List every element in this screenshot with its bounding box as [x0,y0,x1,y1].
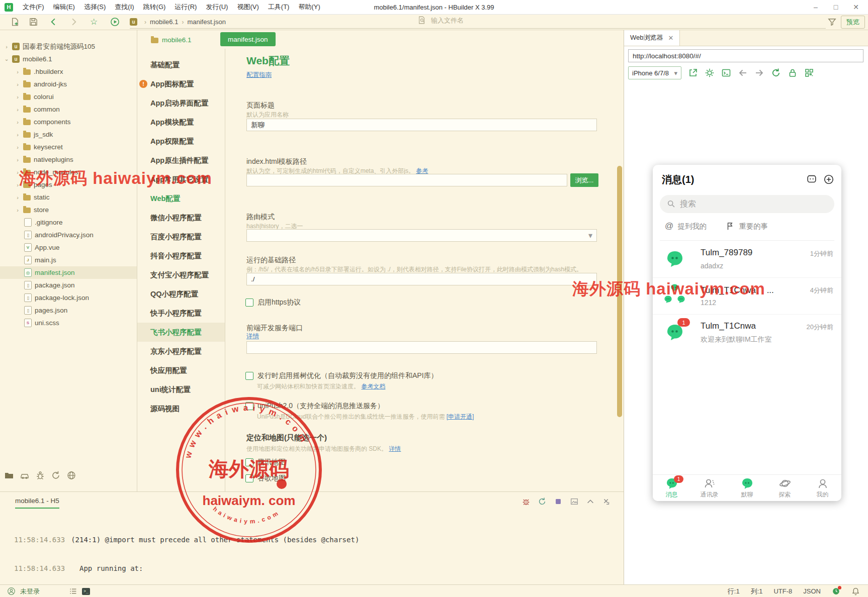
save-icon[interactable] [29,17,38,27]
tree-item-folder[interactable]: ›common [0,103,137,116]
tree-item-folder[interactable]: ›components [0,116,137,128]
tree-item-file[interactable]: main.js [0,254,137,266]
section-feishu-mp[interactable]: 飞书小程序配置 [137,323,225,342]
tree-item-file[interactable]: package-lock.json [0,291,137,304]
menu-goto[interactable]: 跳转(G) [139,3,170,12]
config-guide-link[interactable]: 配置指南 [246,71,272,79]
url-input[interactable] [628,49,863,62]
tab-project[interactable]: mobile6.1 [151,33,192,46]
section-source-view[interactable]: 源码视图 [137,399,225,418]
section-kuaishou-mp[interactable]: 快手小程序配置 [137,304,225,323]
section-app-modules[interactable]: App模块配置 [137,113,225,132]
file-search-input[interactable] [430,16,754,25]
lock-icon[interactable] [788,68,798,78]
menu-help[interactable]: 帮助(Y) [294,3,324,12]
section-weixin-mp[interactable]: 微信小程序配置 [137,208,225,227]
maximize-button[interactable]: □ [826,0,846,14]
section-web[interactable]: Web配置 [137,189,225,208]
tree-item-folder[interactable]: ›colorui [0,90,137,103]
stop-icon[interactable] [554,497,563,506]
tab-mochat[interactable]: 默聊 [728,475,766,501]
section-jd-mp[interactable]: 京东小程序配置 [137,342,225,361]
collapse-icon[interactable] [586,497,595,506]
chat-list-item[interactable]: 1 Tulm_T1Cnwa 20分钟前 欢迎来到默聊IM工作室 [653,315,841,351]
terminal-toggle-icon[interactable]: >_ [82,588,90,595]
section-app-other[interactable]: App常用其它设置 [137,170,225,189]
tree-item-folder[interactable]: ›keysecret [0,141,137,153]
reference-doc-link[interactable]: 参考文档 [361,383,385,390]
router-mode-select[interactable]: ▾ [246,229,597,242]
device-select[interactable]: iPhone 6/7/8▾ [628,66,681,79]
section-douyin-mp[interactable]: 抖音小程序配置 [137,246,225,265]
apply-open-link[interactable]: [申请开通] [447,413,474,420]
outline-list-icon[interactable] [69,587,77,595]
qr-code-icon[interactable] [804,68,814,78]
checkbox-icon[interactable] [245,458,253,466]
tree-item-project[interactable]: ⌄mobile6.1 [0,53,137,65]
tree-item-folder[interactable]: ›store [0,204,137,216]
section-uni-stat[interactable]: uni统计配置 [137,380,225,399]
reference-link[interactable]: 参考 [416,167,428,174]
tab-manifest-json[interactable]: manifest.json [220,32,276,46]
syntax-indicator[interactable]: JSON [803,587,821,595]
restart-icon[interactable] [538,497,547,506]
bell-icon[interactable] [851,587,860,595]
globe-icon[interactable] [66,470,76,480]
menu-select[interactable]: 选择(S) [79,3,110,12]
detail-link[interactable]: 详情 [246,332,259,341]
tree-item-file[interactable]: androidPrivacy.json [0,229,137,241]
section-baidu-mp[interactable]: 百度小程序配置 [137,227,225,246]
forward-icon[interactable] [69,17,78,27]
screenshot-icon[interactable] [570,497,579,506]
chat-list-item[interactable]: Tulm_789789 1分钟前 adadxz [653,241,841,278]
checkbox-icon[interactable] [245,402,253,410]
menu-publish[interactable]: 发行(U) [201,3,232,12]
chat-icon[interactable] [806,174,817,185]
tree-item-file[interactable]: package.json [0,279,137,291]
tree-item-file[interactable]: pages.json [0,304,137,317]
tree-item-project[interactable]: ›国泰君安前端纯源码105 [0,40,137,53]
map-detail-link[interactable]: 详情 [389,445,401,452]
tree-item-folder[interactable]: ›.hbuilderx [0,65,137,78]
ant-icon[interactable] [35,470,45,480]
folder-tab-icon[interactable] [4,470,14,480]
filter-important[interactable]: 重要的事 [726,221,768,231]
run-icon[interactable] [110,17,120,27]
section-app-launch[interactable]: App启动界面配置 [137,93,225,113]
tree-item-file[interactable]: .gitignore [0,216,137,229]
preview-button[interactable]: 预览 [841,16,865,29]
checkbox-icon[interactable] [245,474,253,482]
tree-item-file[interactable]: uni.scss [0,317,137,329]
section-app-permissions[interactable]: App权限配置 [137,132,225,151]
page-title-input[interactable] [246,119,597,131]
tree-item-file-selected[interactable]: manifest.json [0,266,137,279]
tree-item-folder[interactable]: ›android-jks [0,78,137,90]
new-file-icon[interactable] [10,17,20,27]
checkbox-icon[interactable] [245,372,253,380]
section-basic[interactable]: 基础配置 [137,55,225,74]
menu-edit[interactable]: 编辑(E) [49,3,79,12]
template-path-input[interactable] [246,174,567,186]
debug-bug-icon[interactable] [522,497,531,506]
add-icon[interactable] [823,174,834,185]
browse-button[interactable]: 浏览... [570,173,598,187]
terminal-icon[interactable] [721,68,731,78]
google-map-checkbox-row[interactable]: 谷歌地图 [245,474,286,483]
unipush-checkbox-row[interactable]: uniPush2.0（支持全端的消息推送服务） [245,402,384,411]
tree-item-folder[interactable]: ›static [0,191,137,204]
console-tab[interactable]: mobile6.1 - H5 [15,497,59,509]
https-checkbox-row[interactable]: 启用https协议 [245,298,301,307]
back-icon[interactable] [49,17,58,27]
settings-gear-icon[interactable] [705,68,715,78]
tree-item-folder[interactable]: ›nativeplugins [0,153,137,166]
tab-messages[interactable]: 1 消息 [653,475,690,501]
filter-funnel-icon[interactable] [827,17,837,27]
clear-icon[interactable] [602,497,611,506]
breadcrumb-file[interactable]: manifest.json [187,18,226,26]
breadcrumb-project[interactable]: mobile6.1 [150,18,178,26]
form-scrollbar[interactable] [617,166,622,417]
checkbox-icon[interactable] [245,298,253,307]
forward-arrow-icon[interactable] [754,68,764,78]
tab-contacts[interactable]: 通讯录 [690,475,728,501]
refresh-icon[interactable] [771,68,781,78]
